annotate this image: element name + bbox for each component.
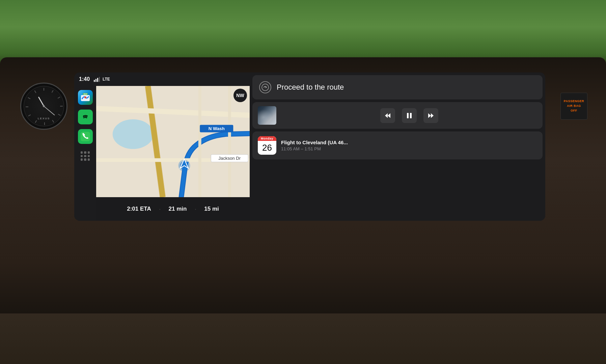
- map-duration: 21 min: [169, 206, 187, 212]
- map-area[interactable]: N Wash Jackson Dr NW: [96, 86, 250, 197]
- grid-dot: [88, 155, 90, 157]
- right-panel: Proceed to the route: [250, 72, 545, 221]
- clock-face: LEXUS: [24, 86, 64, 126]
- grid-dot: [81, 155, 83, 157]
- navigation-icon: [259, 81, 271, 93]
- svg-rect-18: [407, 113, 409, 118]
- svg-point-6: [113, 119, 154, 149]
- carplay-screen: 1:40 LTE MAP: [74, 72, 545, 221]
- app-grid-home[interactable]: [78, 149, 93, 163]
- calendar-info: Flight to Cleveland (UA 46... 11:05 AM –…: [281, 140, 537, 151]
- calendar-card[interactable]: Monday 26 Flight to Cleveland (UA 46... …: [252, 131, 543, 159]
- signal-strength: [94, 77, 100, 82]
- svg-point-3: [81, 113, 89, 121]
- calendar-event-title: Flight to Cleveland (UA 46...: [281, 140, 537, 145]
- signal-bar-4: [99, 77, 100, 82]
- navigation-card[interactable]: Proceed to the route: [252, 75, 543, 99]
- airbag-indicator: PASSENGER AIR BAG OFF: [560, 93, 587, 120]
- svg-text:Jackson Dr: Jackson Dr: [218, 156, 241, 161]
- album-art-image: [258, 106, 276, 125]
- app-sidebar: MAP: [74, 86, 96, 221]
- svg-rect-4: [81, 132, 90, 141]
- calendar-day-number: 26: [258, 141, 276, 155]
- grid-dot: [84, 155, 86, 157]
- svg-marker-16: [385, 113, 388, 118]
- grid-dot: [88, 151, 90, 154]
- network-type: LTE: [103, 77, 110, 82]
- rewind-button[interactable]: [380, 108, 395, 123]
- airbag-text-line1: PASSENGER: [564, 99, 584, 103]
- map-bottom-bar: 2:01 ETA · 21 min · 15 mi: [96, 197, 250, 221]
- grid-dot: [88, 158, 90, 161]
- svg-point-1: [84, 96, 86, 98]
- svg-marker-17: [388, 113, 390, 118]
- fast-forward-icon: [427, 112, 435, 119]
- svg-rect-19: [410, 113, 412, 118]
- analog-clock: LEXUS: [20, 83, 67, 130]
- compass-direction: NW: [236, 93, 244, 98]
- calendar-event-time: 11:05 AM – 1:51 PM: [281, 146, 537, 151]
- signal-bar-3: [97, 78, 98, 82]
- status-time: 1:40: [79, 76, 90, 82]
- maps-panel[interactable]: 1:40 LTE MAP: [74, 72, 250, 221]
- signal-bar-1: [94, 80, 95, 82]
- svg-marker-21: [428, 113, 431, 118]
- music-card: [252, 102, 543, 129]
- airbag-text-line3: OFF: [571, 109, 577, 113]
- signal-bar-2: [95, 79, 97, 82]
- grid-dot: [81, 151, 83, 154]
- navigation-instruction: Proceed to the route: [277, 83, 344, 92]
- svg-text:N Wash: N Wash: [209, 126, 225, 131]
- map-distance: 15 mi: [204, 206, 219, 212]
- clock-center: [43, 105, 45, 107]
- calendar-day-name: Monday: [258, 136, 276, 141]
- app-icon-phone[interactable]: [78, 129, 93, 144]
- map-svg: N Wash Jackson Dr: [96, 86, 250, 197]
- status-bar: 1:40 LTE: [74, 72, 250, 86]
- rewind-icon: [384, 112, 391, 119]
- lexus-logo: LEXUS: [38, 117, 50, 120]
- fast-forward-button[interactable]: [423, 108, 438, 123]
- svg-point-14: [262, 84, 269, 91]
- pause-button[interactable]: [402, 108, 417, 123]
- app-icon-spotify[interactable]: [78, 110, 93, 124]
- grid-dot: [84, 151, 86, 154]
- nav-arrow-circle: [259, 81, 271, 93]
- grid-dot: [81, 158, 83, 161]
- svg-marker-20: [431, 113, 434, 118]
- album-art: [258, 106, 276, 125]
- pause-icon: [406, 112, 413, 119]
- proceed-arrow-icon: [261, 83, 269, 91]
- grid-dot: [84, 158, 86, 161]
- map-eta: 2:01 ETA: [127, 206, 151, 212]
- compass-indicator: NW: [233, 89, 247, 102]
- music-controls: [281, 108, 537, 123]
- airbag-text-line2: AIR BAG: [567, 104, 581, 108]
- calendar-icon: Monday 26: [258, 136, 276, 155]
- svg-text:MAP: MAP: [83, 93, 87, 95]
- dashboard: LEXUS PASSENGER AIR BAG OFF 1:40 LTE: [0, 0, 606, 364]
- clock-minute-hand: [44, 106, 55, 116]
- app-icon-maps[interactable]: MAP: [78, 90, 93, 105]
